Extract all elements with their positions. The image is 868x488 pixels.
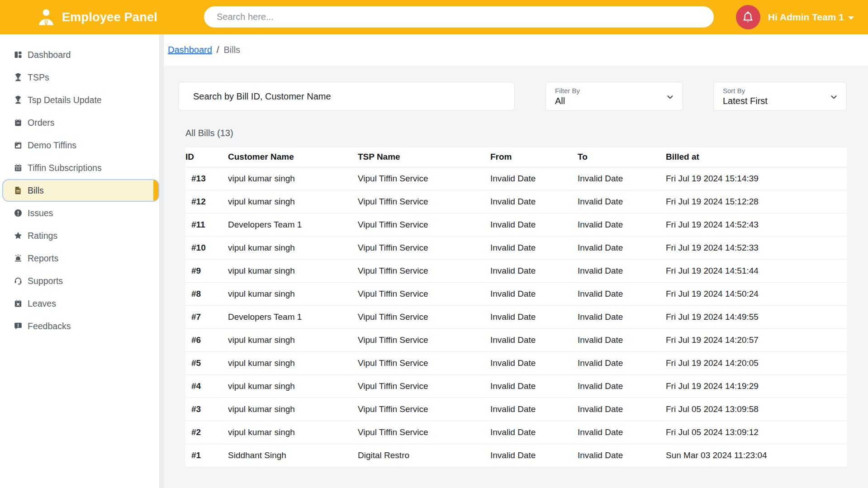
- feedback-icon: [14, 322, 23, 331]
- table-row[interactable]: #2 vipul kumar singh Vipul Tiffin Servic…: [185, 421, 847, 444]
- bill-id-cell: #5: [185, 352, 228, 375]
- sidebar-item-issues[interactable]: Issues: [0, 202, 159, 224]
- notifications-button[interactable]: [736, 5, 760, 29]
- chevron-down-icon: [848, 16, 854, 20]
- sidebar-item-leaves[interactable]: Leaves: [0, 292, 159, 315]
- billed-at-cell: Fri Jul 05 2024 13:09:58: [666, 398, 847, 421]
- to-date-cell: Invalid Date: [578, 190, 666, 213]
- from-date-cell: Invalid Date: [490, 352, 578, 375]
- sidebar-item-orders[interactable]: Orders: [0, 111, 159, 134]
- sidebar-item-tiffin-subscriptions[interactable]: Tiffin Subscriptions: [0, 156, 159, 179]
- sidebar-item-supports[interactable]: Supports: [0, 270, 159, 292]
- customer-name-cell: vipul kumar singh: [228, 421, 358, 444]
- topbar: Employee Panel Hi Admin Team 1: [0, 0, 868, 34]
- sidebar-nav: Dashboard TSPs Tsp Details Update Orders…: [0, 34, 159, 337]
- table-row[interactable]: #10 vipul kumar singh Vipul Tiffin Servi…: [185, 237, 847, 260]
- chevron-down-icon: [830, 93, 838, 101]
- sort-by-value: Latest First: [723, 96, 837, 106]
- breadcrumb: Dashboard / Bills: [164, 34, 868, 66]
- to-date-cell: Invalid Date: [578, 352, 666, 375]
- to-date-cell: Invalid Date: [578, 398, 666, 421]
- tsp-name-cell: Vipul Tiffin Service: [358, 237, 490, 260]
- user-menu[interactable]: Hi Admin Team 1: [768, 12, 854, 23]
- customer-name-cell: vipul kumar singh: [228, 375, 358, 398]
- from-date-cell: Invalid Date: [490, 283, 578, 306]
- from-date-cell: Invalid Date: [490, 237, 578, 260]
- customer-name-cell: vipul kumar singh: [228, 398, 358, 421]
- breadcrumb-separator: /: [217, 45, 219, 55]
- calendar-grid-icon: [14, 163, 23, 172]
- bill-id-cell: #11: [185, 213, 228, 237]
- billed-at-cell: Fri Jul 19 2024 14:52:43: [666, 213, 847, 237]
- chef-icon: [14, 73, 23, 82]
- user-greeting: Hi Admin Team 1: [768, 12, 844, 23]
- from-date-cell: Invalid Date: [490, 398, 578, 421]
- calendar-icon: [14, 141, 23, 150]
- table-row[interactable]: #12 vipul kumar singh Vipul Tiffin Servi…: [185, 190, 847, 213]
- table-row[interactable]: #11 Developers Team 1 Vipul Tiffin Servi…: [185, 213, 847, 237]
- column-header: To: [578, 147, 666, 167]
- billed-at-cell: Fri Jul 19 2024 14:49:55: [666, 306, 847, 329]
- sidebar: Dashboard TSPs Tsp Details Update Orders…: [0, 34, 159, 488]
- sidebar-scrollbar[interactable]: [159, 34, 164, 488]
- to-date-cell: Invalid Date: [578, 306, 666, 329]
- column-header: TSP Name: [358, 147, 490, 167]
- from-date-cell: Invalid Date: [490, 421, 578, 444]
- sidebar-item-ratings[interactable]: Ratings: [0, 224, 159, 247]
- customer-name-cell: vipul kumar singh: [228, 329, 358, 352]
- table-row[interactable]: #5 vipul kumar singh Vipul Tiffin Servic…: [185, 352, 847, 375]
- to-date-cell: Invalid Date: [578, 444, 666, 467]
- chef-icon: [14, 95, 23, 104]
- sidebar-item-bills[interactable]: Bills: [2, 179, 159, 202]
- table-row[interactable]: #7 Developers Team 1 Vipul Tiffin Servic…: [185, 306, 847, 329]
- bill-id-cell: #3: [185, 398, 228, 421]
- to-date-cell: Invalid Date: [578, 375, 666, 398]
- from-date-cell: Invalid Date: [490, 444, 578, 467]
- to-date-cell: Invalid Date: [578, 237, 666, 260]
- breadcrumb-link-dashboard[interactable]: Dashboard: [168, 45, 212, 55]
- sidebar-item-dashboard[interactable]: Dashboard: [0, 43, 159, 66]
- filter-by-value: All: [555, 96, 674, 106]
- from-date-cell: Invalid Date: [490, 329, 578, 352]
- bill-id-cell: #4: [185, 375, 228, 398]
- leaves-icon: [14, 299, 23, 308]
- orders-icon: [14, 118, 23, 127]
- table-row[interactable]: #3 vipul kumar singh Vipul Tiffin Servic…: [185, 398, 847, 421]
- column-header: Billed at: [666, 147, 847, 167]
- tsp-name-cell: Vipul Tiffin Service: [358, 306, 490, 329]
- table-row[interactable]: #6 vipul kumar singh Vipul Tiffin Servic…: [185, 329, 847, 352]
- table-row[interactable]: #13 vipul kumar singh Vipul Tiffin Servi…: [185, 167, 847, 190]
- sidebar-item-demo-tiffins[interactable]: Demo Tiffins: [0, 134, 159, 156]
- main-content: Dashboard / Bills Filter By All Sort By …: [164, 34, 868, 488]
- report-icon: [14, 254, 23, 263]
- bill-search-input[interactable]: [178, 82, 515, 111]
- filter-by-label: Filter By: [555, 87, 674, 95]
- customer-name-cell: Siddhant Singh: [228, 444, 358, 467]
- sidebar-item-reports[interactable]: Reports: [0, 247, 159, 270]
- from-date-cell: Invalid Date: [490, 375, 578, 398]
- sidebar-item-tsps[interactable]: TSPs: [0, 66, 159, 89]
- customer-name-cell: vipul kumar singh: [228, 237, 358, 260]
- table-row[interactable]: #4 vipul kumar singh Vipul Tiffin Servic…: [185, 375, 847, 398]
- tsp-name-cell: Vipul Tiffin Service: [358, 283, 490, 306]
- table-row[interactable]: #9 vipul kumar singh Vipul Tiffin Servic…: [185, 260, 847, 283]
- filter-by-select[interactable]: Filter By All: [545, 82, 683, 111]
- billed-at-cell: Fri Jul 19 2024 14:20:05: [666, 352, 847, 375]
- table-row[interactable]: #1 Siddhant Singh Digital Restro Invalid…: [185, 444, 847, 467]
- sidebar-item-feedbacks[interactable]: Feedbacks: [0, 315, 159, 337]
- brand: Employee Panel: [36, 0, 157, 34]
- person-logo-icon: [36, 7, 56, 27]
- bills-count-title: All Bills (13): [185, 128, 868, 138]
- customer-name-cell: Developers Team 1: [228, 213, 358, 237]
- global-search-input[interactable]: [204, 6, 714, 28]
- to-date-cell: Invalid Date: [578, 329, 666, 352]
- sidebar-item-tsp-details-update[interactable]: Tsp Details Update: [0, 89, 159, 111]
- billed-at-cell: Fri Jul 19 2024 15:14:39: [666, 167, 847, 190]
- billed-at-cell: Fri Jul 19 2024 14:20:57: [666, 329, 847, 352]
- bill-id-cell: #1: [185, 444, 228, 467]
- billed-at-cell: Fri Jul 19 2024 14:19:29: [666, 375, 847, 398]
- from-date-cell: Invalid Date: [490, 190, 578, 213]
- from-date-cell: Invalid Date: [490, 167, 578, 190]
- table-row[interactable]: #8 vipul kumar singh Vipul Tiffin Servic…: [185, 283, 847, 306]
- sort-by-select[interactable]: Sort By Latest First: [713, 82, 847, 111]
